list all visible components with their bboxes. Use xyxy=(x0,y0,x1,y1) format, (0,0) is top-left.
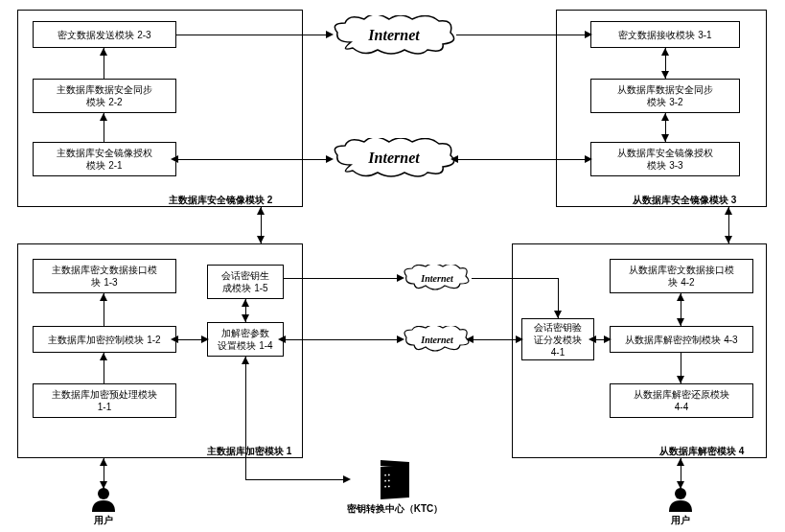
module-1-5-label: 会话密钥生成模块 1-5 xyxy=(221,269,269,294)
svg-point-0 xyxy=(98,488,109,499)
arrow-15-cloudS1 xyxy=(284,278,403,279)
module-2-3-label: 密文数据发送模块 2-3 xyxy=(58,29,150,41)
label-top-right-panel: 从数据库安全镜像模块 3 xyxy=(633,194,736,207)
module-3-2: 从数据库数据安全同步模块 3-2 xyxy=(590,79,740,113)
arrow-14-ktc-h xyxy=(245,479,349,480)
arrow-cloudS1-41 xyxy=(472,278,558,279)
cloud-mid-label: Internet xyxy=(368,150,419,167)
ktc-label: 密钥转换中心（KTC） xyxy=(337,502,452,516)
module-3-3-label: 从数据库安全镜像授权模块 3-3 xyxy=(617,147,713,172)
module-2-3: 密文数据发送模块 2-3 xyxy=(33,21,176,48)
label-bottom-right-panel: 从数据库解密模块 4 xyxy=(659,445,744,458)
arrow-23-to-cloudT xyxy=(176,35,332,35)
module-2-2: 主数据库数据安全同步模块 2-2 xyxy=(33,79,176,113)
module-1-4: 加解密参数设置模块 1-4 xyxy=(207,322,284,357)
module-2-1-label: 主数据库安全镜像授权模块 2-1 xyxy=(57,147,152,172)
cloud-small-2-label: Internet xyxy=(421,335,452,345)
module-4-1-label: 会话密钥验证分发模块4-1 xyxy=(534,321,582,359)
module-2-2-label: 主数据库数据安全同步模块 2-2 xyxy=(57,83,152,108)
module-4-2-label: 从数据库密文数据接口模块 4-2 xyxy=(629,264,734,289)
module-1-1-label: 主数据库加密预处理模块1-1 xyxy=(52,388,157,413)
module-4-4-label: 从数据库解密还原模块4-4 xyxy=(634,388,729,413)
cloud-small-1: Internet xyxy=(403,265,472,291)
module-3-3: 从数据库安全镜像授权模块 3-3 xyxy=(590,142,740,176)
arrow-14-ktc-v xyxy=(245,357,246,479)
cloud-top: Internet xyxy=(332,15,456,56)
cloud-top-label: Internet xyxy=(368,27,419,44)
module-4-1: 会话密钥验证分发模块4-1 xyxy=(521,318,594,360)
arrow-cloudM-33 xyxy=(456,159,590,160)
label-bottom-left-panel: 主数据库加密模块 1 xyxy=(207,445,291,458)
module-3-1: 密文数据接收模块 3-1 xyxy=(590,21,740,48)
module-1-4-label: 加解密参数设置模块 1-4 xyxy=(218,327,272,352)
ktc-icon: • •• •• • 密钥转换中心（KTC） xyxy=(337,466,452,516)
module-2-1: 主数据库安全镜像授权模块 2-1 xyxy=(33,142,176,176)
user-left-icon: 用户 xyxy=(90,487,117,527)
arrow-cloudS2-41 xyxy=(472,339,521,340)
svg-point-1 xyxy=(675,488,686,499)
module-4-3-label: 从数据库解密控制模块 4-3 xyxy=(625,334,737,346)
user-right-icon: 用户 xyxy=(667,487,694,527)
cloud-small-2: Internet xyxy=(403,326,472,353)
arrow-cloudT-to-31 xyxy=(456,35,590,35)
arrow-14-cloudS2 xyxy=(284,339,403,340)
module-4-4: 从数据库解密还原模块4-4 xyxy=(610,383,753,418)
module-3-2-label: 从数据库数据安全同步模块 3-2 xyxy=(617,83,713,108)
label-top-left-panel: 主数据库安全镜像模块 2 xyxy=(169,194,272,207)
module-4-2: 从数据库密文数据接口模块 4-2 xyxy=(610,259,753,293)
user-left-label: 用户 xyxy=(90,514,117,527)
module-4-3: 从数据库解密控制模块 4-3 xyxy=(610,326,753,353)
module-1-2: 主数据库加密控制模块 1-2 xyxy=(33,326,176,353)
cloud-mid: Internet xyxy=(332,138,456,178)
cloud-small-1-label: Internet xyxy=(421,273,452,284)
module-1-5: 会话密钥生成模块 1-5 xyxy=(207,265,284,299)
arrow-21-cloudM xyxy=(176,159,332,160)
module-1-2-label: 主数据库加密控制模块 1-2 xyxy=(48,334,160,346)
module-3-1-label: 密文数据接收模块 3-1 xyxy=(618,29,711,41)
module-1-3-label: 主数据库密文数据接口模块 1-3 xyxy=(52,264,157,289)
module-1-1: 主数据库加密预处理模块1-1 xyxy=(33,383,176,418)
user-right-label: 用户 xyxy=(667,514,694,527)
module-1-3: 主数据库密文数据接口模块 1-3 xyxy=(33,259,176,293)
